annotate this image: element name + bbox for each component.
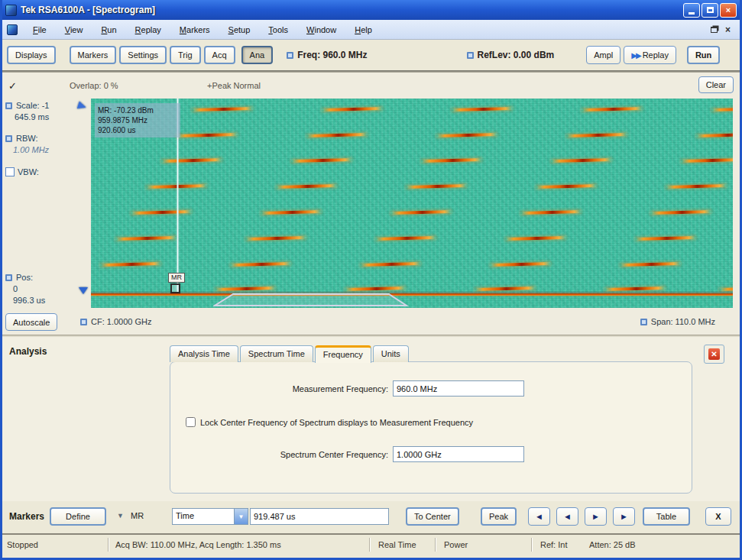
trig-button[interactable]: Trig xyxy=(170,46,201,64)
ampl-button[interactable]: Ampl xyxy=(586,46,620,64)
run-button[interactable]: Run xyxy=(687,46,720,64)
menu-item-run[interactable]: Run xyxy=(92,23,125,37)
tab-frequency[interactable]: Frequency xyxy=(315,345,371,363)
time-position-arrow-icon[interactable] xyxy=(79,287,88,294)
marker-time-field[interactable] xyxy=(250,508,389,525)
close-icon[interactable]: × xyxy=(720,3,737,18)
signal-streak xyxy=(100,262,161,267)
signal-streak xyxy=(536,184,597,189)
define-button[interactable]: Define xyxy=(50,507,106,526)
checkmark-icon[interactable]: ✓ xyxy=(8,80,17,92)
signal-streak xyxy=(436,133,497,138)
signal-streak xyxy=(620,262,681,267)
scale-time: 645.9 ms xyxy=(15,112,49,121)
marker-type-combobox[interactable]: Time ▼ xyxy=(172,508,248,525)
menu-item-view[interactable]: View xyxy=(56,23,92,37)
rbw-label-text: RBW: xyxy=(16,134,38,143)
signal-streak xyxy=(345,286,406,291)
rbw-spinner-icon[interactable] xyxy=(5,135,12,142)
menu-item-help[interactable]: Help xyxy=(345,23,381,37)
restore-glyph xyxy=(707,7,714,13)
reflev-spinner-icon[interactable] xyxy=(467,52,474,59)
span-value: Span: 110.0 MHz xyxy=(651,317,715,326)
scale-label[interactable]: Scale: -1 xyxy=(5,101,49,110)
time-scale-arrow-icon[interactable] xyxy=(77,102,88,112)
menu-item-tools[interactable]: Tools xyxy=(259,23,297,37)
app-icon xyxy=(5,5,17,16)
analysis-time-indicator[interactable] xyxy=(213,293,409,307)
pos-label[interactable]: Pos: xyxy=(5,273,33,282)
tab-analysis-time[interactable]: Analysis Time xyxy=(170,345,238,362)
menu-item-window[interactable]: Window xyxy=(297,23,345,37)
signal-streak xyxy=(666,184,727,189)
freq-readout[interactable]: Freq: 960.0 MHz xyxy=(287,50,367,60)
tab-units[interactable]: Units xyxy=(373,345,409,362)
to-center-button[interactable]: To Center xyxy=(406,507,459,526)
peak-button[interactable]: Peak xyxy=(481,507,517,526)
clear-button[interactable]: Clear xyxy=(698,76,734,93)
child-close-icon[interactable]: × xyxy=(725,26,731,34)
pos-spinner-icon[interactable] xyxy=(5,274,12,281)
rbw-label[interactable]: RBW: xyxy=(5,134,38,143)
marker-select-arrow-icon[interactable]: ▼ xyxy=(117,512,124,520)
menu-item-replay[interactable]: Replay xyxy=(126,23,170,37)
measurement-frequency-field[interactable] xyxy=(393,380,524,397)
cf-spinner-icon[interactable] xyxy=(80,319,87,325)
table-button[interactable]: Table xyxy=(643,507,690,526)
reflev-value: RefLev: 0.00 dBm xyxy=(478,50,555,60)
cf-readout[interactable]: CF: 1.0000 GHz xyxy=(80,317,151,326)
signal-streak xyxy=(582,107,643,112)
spectrogram-header: ✓ Overlap: 0 % +Peak Normal Clear xyxy=(2,73,740,99)
vbw-label: VBW: xyxy=(18,167,39,176)
spectrogram-canvas[interactable]: MR: -70.23 dBm 959.9875 MHz 920.600 us M… xyxy=(91,99,733,308)
child-window-controls: × xyxy=(711,26,731,34)
tab-spectrum-time[interactable]: Spectrum Time xyxy=(240,345,313,362)
overlap-label: Overlap: 0 % xyxy=(70,81,118,90)
signal-streak xyxy=(452,107,513,112)
detection-label: +Peak Normal xyxy=(207,81,261,90)
child-restore-icon[interactable] xyxy=(711,27,718,33)
marker-flag[interactable]: MR xyxy=(168,273,185,283)
replay-button[interactable]: ▶▶Replay xyxy=(624,46,676,64)
lock-cf-checkbox[interactable] xyxy=(186,417,196,427)
peak-nav-button-2[interactable]: ◄ xyxy=(556,507,578,526)
minimize-icon[interactable] xyxy=(683,3,700,18)
span-readout[interactable]: Span: 110.0 MHz xyxy=(640,317,715,326)
reference-status: Ref: Int xyxy=(540,540,567,549)
signal-streak xyxy=(475,286,536,291)
freq-spinner-icon[interactable] xyxy=(287,52,293,59)
signal-streak xyxy=(719,286,733,291)
span-spinner-icon[interactable] xyxy=(640,319,647,325)
rbw-value: 1.00 MHz xyxy=(13,145,49,154)
peak-nav-button-1[interactable]: ◄ xyxy=(528,507,550,526)
acq-button[interactable]: Acq xyxy=(204,46,235,64)
menu-item-setup[interactable]: Setup xyxy=(219,23,260,37)
spectrum-center-frequency-field[interactable] xyxy=(393,446,524,462)
peak-nav-button-3[interactable]: ► xyxy=(585,507,607,526)
chevron-down-icon[interactable]: ▼ xyxy=(234,509,248,524)
markers-button[interactable]: Markers xyxy=(70,46,117,64)
realtime-mode: Real Time xyxy=(378,540,416,549)
vbw-row: VBW: xyxy=(5,167,39,176)
menu-item-markers[interactable]: Markers xyxy=(170,23,219,37)
restore-icon[interactable] xyxy=(701,3,718,18)
analysis-close-button[interactable]: ✕ xyxy=(704,345,724,364)
markers-close-button[interactable]: X xyxy=(705,507,731,526)
settings-button[interactable]: Settings xyxy=(119,46,167,64)
scale-spinner-icon[interactable] xyxy=(5,102,12,109)
pos-time: 996.3 us xyxy=(13,296,45,305)
signal-streak xyxy=(520,210,582,215)
marker-readout: MR: -70.23 dBm 959.9875 MHz 920.600 us xyxy=(95,103,180,138)
ana-button[interactable]: Ana xyxy=(241,46,274,64)
menu-item-file[interactable]: File xyxy=(24,23,56,37)
autoscale-button[interactable]: Autoscale xyxy=(5,313,57,331)
spectrum-center-frequency-row: Spectrum Center Frequency: xyxy=(170,446,692,462)
reflev-readout[interactable]: RefLev: 0.00 dBm xyxy=(467,50,555,60)
displays-button[interactable]: Displays xyxy=(7,46,56,64)
signal-streak xyxy=(261,210,322,215)
marker-box-icon[interactable] xyxy=(170,283,180,293)
signal-streak xyxy=(406,184,467,189)
vbw-checkbox[interactable] xyxy=(5,167,15,176)
peak-nav-buttons: ◄◄►► xyxy=(528,507,635,526)
peak-nav-button-4[interactable]: ► xyxy=(613,507,635,526)
